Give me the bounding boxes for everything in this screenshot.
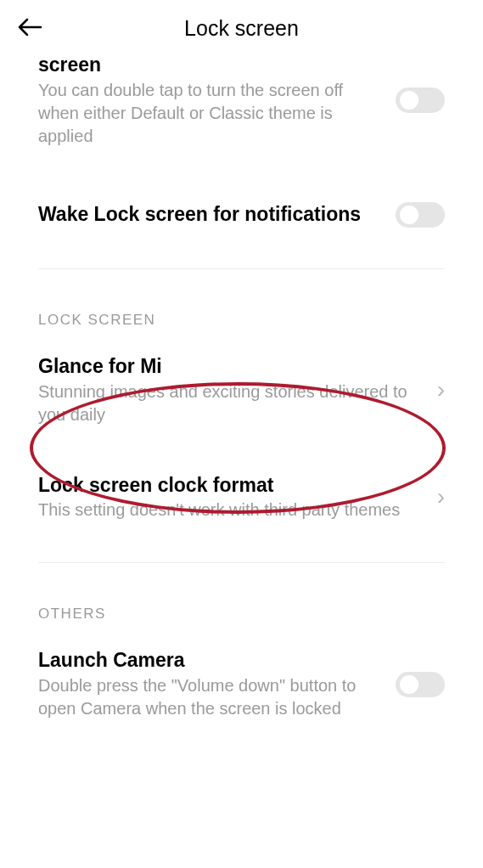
- toggle-wake-notifications[interactable]: [396, 202, 445, 228]
- setting-text-block: Lock screen clock format This setting do…: [38, 473, 437, 522]
- chevron-right-icon: ›: [437, 485, 445, 509]
- chevron-right-icon: ›: [437, 378, 445, 402]
- setting-subtitle: Double press the "Volume down" button to…: [38, 674, 384, 720]
- setting-text-block: Wake Lock screen for notifications: [38, 202, 396, 227]
- setting-title: Lock screen clock format: [38, 473, 425, 498]
- setting-subtitle: This setting doesn't work with third par…: [38, 499, 425, 521]
- setting-double-tap[interactable]: screen You can double tap to turn the sc…: [38, 53, 445, 165]
- setting-subtitle: You can double tap to turn the screen of…: [38, 79, 384, 148]
- back-arrow-icon[interactable]: [17, 15, 42, 41]
- setting-text-block: Glance for Mi Stunning images and exciti…: [38, 354, 437, 426]
- setting-clock-format[interactable]: Lock screen clock format This setting do…: [38, 443, 445, 548]
- setting-text-block: screen You can double tap to turn the sc…: [38, 53, 396, 148]
- setting-text-block: Launch Camera Double press the "Volume d…: [38, 648, 396, 720]
- toggle-double-tap[interactable]: [396, 87, 445, 113]
- setting-launch-camera[interactable]: Launch Camera Double press the "Volume d…: [38, 631, 445, 730]
- setting-title: Wake Lock screen for notifications: [38, 202, 384, 227]
- setting-title: Glance for Mi: [38, 354, 425, 379]
- section-header-lock-screen: LOCK SCREEN: [38, 269, 445, 337]
- section-header-others: OTHERS: [38, 563, 445, 631]
- setting-title: Launch Camera: [38, 648, 384, 673]
- setting-title-fragment: screen: [38, 53, 384, 77]
- toggle-launch-camera[interactable]: [396, 672, 445, 697]
- page-title: Lock screen: [184, 16, 299, 41]
- app-header: Lock screen: [0, 0, 483, 53]
- setting-glance-for-mi[interactable]: Glance for Mi Stunning images and exciti…: [38, 337, 445, 443]
- setting-subtitle: Stunning images and exciting stories del…: [38, 380, 425, 426]
- settings-content: screen You can double tap to turn the sc…: [0, 53, 483, 730]
- setting-wake-notifications[interactable]: Wake Lock screen for notifications: [38, 165, 445, 253]
